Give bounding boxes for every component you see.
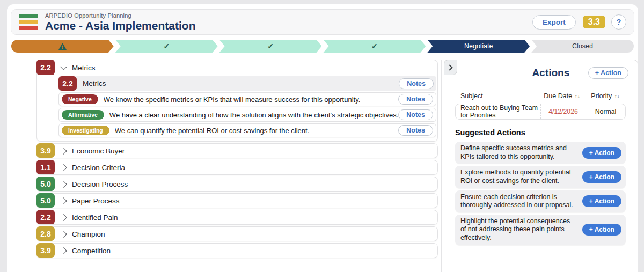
status-badge[interactable]: Negative bbox=[62, 94, 98, 104]
score-badge: 5.0 bbox=[36, 193, 55, 208]
subheader-label: Metrics bbox=[83, 79, 106, 87]
stage-segment-2[interactable]: ✓ bbox=[115, 40, 218, 53]
status-badge[interactable]: Affirmative bbox=[62, 110, 104, 120]
column-priority[interactable]: Priority ↑↓ bbox=[585, 92, 626, 100]
warning-icon bbox=[58, 43, 67, 50]
actions-panel: Actions + Action Subject Due Date ↑↓ Pri… bbox=[444, 60, 638, 272]
export-button[interactable]: Export bbox=[532, 15, 576, 30]
stage-segment-1[interactable] bbox=[11, 40, 114, 53]
suggested-action-row: Ensure each decision criterion is thorou… bbox=[455, 190, 626, 212]
score-badge: 2.2 bbox=[36, 210, 55, 224]
action-priority: Normal bbox=[586, 104, 625, 119]
chevron-right-icon bbox=[60, 164, 67, 171]
section-label: Champion bbox=[72, 230, 105, 238]
suggestion-text: Define specific success metrics and KPIs… bbox=[460, 144, 582, 161]
suggested-action-row: Explore methods to quantify potential RO… bbox=[455, 166, 626, 188]
status-badge[interactable]: Investigating bbox=[62, 126, 109, 135]
sort-icon[interactable]: ↑↓ bbox=[614, 93, 620, 99]
add-suggested-action-button[interactable]: + Action bbox=[582, 224, 621, 236]
statement-row: Affirmative We have a clear understandin… bbox=[58, 108, 436, 122]
action-table-row[interactable]: Reach out to Buying Team for Priorities … bbox=[455, 104, 626, 120]
add-suggested-action-button[interactable]: + Action bbox=[582, 147, 621, 159]
stage-segment-negotiate[interactable]: Negotiate bbox=[427, 40, 530, 53]
actions-title: Actions bbox=[532, 67, 570, 79]
help-button[interactable]: ? bbox=[611, 14, 626, 30]
section-label: Metrics bbox=[72, 64, 96, 72]
score-badge: 2.8 bbox=[36, 226, 55, 241]
add-suggested-action-button[interactable]: + Action bbox=[582, 171, 621, 183]
action-due-date: 4/12/2026 bbox=[540, 104, 586, 119]
notes-button[interactable]: Notes bbox=[398, 109, 433, 120]
header-actions: Export 3.3 ? bbox=[532, 14, 626, 30]
overall-score-badge: 3.3 bbox=[583, 16, 605, 28]
column-due-date[interactable]: Due Date ↑↓ bbox=[539, 92, 585, 100]
score-badge: 1.1 bbox=[36, 160, 55, 174]
metrics-group: 2.2 Metrics 2.2 Metrics Notes Negative W… bbox=[36, 60, 438, 142]
stage-segment-3[interactable]: ✓ bbox=[219, 40, 322, 53]
sort-icon[interactable]: ↑↓ bbox=[575, 93, 580, 99]
score-badge: 2.2 bbox=[36, 60, 55, 75]
panel-divider bbox=[441, 60, 442, 272]
section-row-economic-buyer[interactable]: 3.9 Economic Buyer bbox=[36, 143, 438, 158]
page-title: Acme - Asia Implementation bbox=[45, 19, 195, 32]
stage-segment-closed[interactable]: Closed bbox=[531, 40, 634, 53]
section-label: Decision Process bbox=[72, 180, 128, 188]
section-label: Identified Pain bbox=[72, 214, 118, 222]
statement-text: We can quantify the potential ROI or cos… bbox=[115, 127, 310, 135]
header: ARPEDIO Opportunity Planning Acme - Asia… bbox=[11, 9, 634, 35]
suggested-actions-title: Suggested Actions bbox=[455, 128, 626, 137]
app-eyebrow: ARPEDIO Opportunity Planning bbox=[45, 12, 195, 19]
section-label: Economic Buyer bbox=[72, 147, 125, 155]
score-badge: 2.2 bbox=[58, 76, 77, 91]
criteria-list: 2.2 Metrics 2.2 Metrics Notes Negative W… bbox=[36, 60, 438, 272]
arpedio-logo-icon bbox=[513, 67, 527, 79]
section-row-champion[interactable]: 2.8 Champion bbox=[36, 226, 438, 241]
chevron-right-icon bbox=[60, 148, 67, 155]
check-icon: ✓ bbox=[371, 42, 378, 50]
statement-text: We know the specific metrics or KPIs tha… bbox=[104, 95, 361, 104]
section-label: Paper Process bbox=[72, 197, 120, 205]
header-titles: ARPEDIO Opportunity Planning Acme - Asia… bbox=[45, 12, 195, 32]
section-row-decision-criteria[interactable]: 1.1 Decision Criteria bbox=[36, 160, 438, 175]
section-row-decision-process[interactable]: 5.0 Decision Process bbox=[36, 177, 438, 192]
section-row-paper-process[interactable]: 5.0 Paper Process bbox=[36, 193, 438, 208]
chevron-right-icon bbox=[60, 231, 67, 238]
score-badge: 3.9 bbox=[36, 243, 55, 258]
stage-segment-4[interactable]: ✓ bbox=[323, 40, 426, 53]
content-area: 2.2 Metrics 2.2 Metrics Notes Negative W… bbox=[7, 60, 638, 272]
chevron-down-icon bbox=[60, 63, 67, 70]
chevron-right-icon bbox=[60, 214, 67, 221]
action-subject: Reach out to Buying Team for Priorities bbox=[456, 104, 540, 119]
notes-button[interactable]: Notes bbox=[399, 78, 434, 89]
app-window: ARPEDIO Opportunity Planning Acme - Asia… bbox=[7, 4, 638, 272]
suggested-action-row: Define specific success metrics and KPIs… bbox=[455, 142, 626, 164]
check-icon: ✓ bbox=[163, 42, 170, 50]
suggested-action-row: Highlight the potential consequences of … bbox=[455, 215, 626, 245]
statement-text: We have a clear understanding of how the… bbox=[109, 111, 398, 119]
section-label: Competition bbox=[72, 247, 111, 255]
actions-panel-header: Actions + Action bbox=[444, 60, 638, 79]
column-subject: Subject bbox=[460, 92, 539, 100]
section-row-competition[interactable]: 3.9 Competition bbox=[36, 243, 438, 258]
suggestion-text: Highlight the potential consequences of … bbox=[460, 217, 582, 242]
chevron-right-icon bbox=[60, 197, 67, 204]
stage-progress-bar: ✓ ✓ ✓ Negotiate Closed bbox=[11, 40, 634, 53]
statement-row: Negative We know the specific metrics or… bbox=[58, 92, 436, 106]
metrics-group-header[interactable]: 2.2 Metrics bbox=[37, 60, 437, 75]
chevron-right-icon bbox=[60, 247, 67, 254]
add-action-button[interactable]: + Action bbox=[588, 67, 628, 79]
section-label: Decision Criteria bbox=[72, 164, 125, 172]
suggestion-text: Ensure each decision criterion is thorou… bbox=[460, 193, 582, 210]
score-badge: 5.0 bbox=[36, 177, 55, 191]
notes-button[interactable]: Notes bbox=[398, 94, 433, 105]
add-suggested-action-button[interactable]: + Action bbox=[582, 195, 621, 207]
arpedio-logo-icon bbox=[19, 14, 38, 30]
stage-label: Negotiate bbox=[464, 42, 493, 50]
statement-row: Investigating We can quantify the potent… bbox=[58, 123, 436, 137]
chevron-right-icon bbox=[60, 181, 67, 188]
actions-table-header: Subject Due Date ↑↓ Priority ↑↓ bbox=[444, 86, 638, 104]
section-row-identified-pain[interactable]: 2.2 Identified Pain bbox=[36, 210, 438, 225]
notes-button[interactable]: Notes bbox=[398, 125, 433, 136]
suggestion-text: Explore methods to quantify potential RO… bbox=[460, 168, 582, 185]
metrics-subheader-row: 2.2 Metrics Notes bbox=[58, 76, 436, 91]
